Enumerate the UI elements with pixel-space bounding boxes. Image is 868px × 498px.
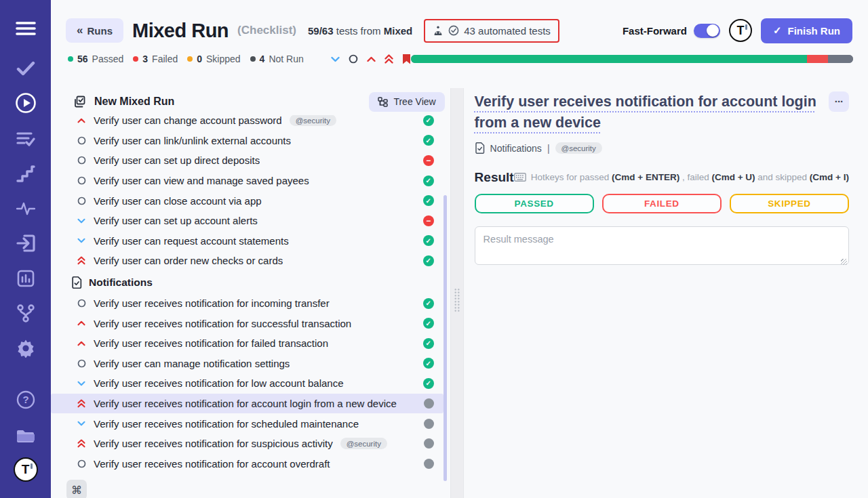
status-passed-icon: ✓: [423, 115, 434, 126]
status-not_run-icon: [424, 459, 434, 469]
priority-low-icon: [77, 238, 86, 243]
tag-pill[interactable]: @security: [290, 115, 336, 126]
priority-low-icon: [77, 218, 86, 224]
hotkeys-hint: Hotkeys for passed (Cmd + ENTER) , faile…: [514, 172, 849, 182]
priority-highest-icon: [77, 439, 86, 448]
projects-folder-icon[interactable]: [16, 428, 36, 444]
section-title: Notifications: [89, 276, 153, 289]
run-header: « Runs Mixed Run (Checklist) 59/63 tests…: [51, 0, 868, 45]
test-list-item[interactable]: Verify user receives notification for ac…: [51, 454, 450, 474]
list-section-header[interactable]: Notifications: [51, 272, 450, 293]
test-list-item[interactable]: Verify user can view and manage saved pa…: [51, 171, 450, 191]
test-list-item[interactable]: Verify user can link/unlink external acc…: [51, 131, 450, 151]
passed-button[interactable]: PASSED: [475, 194, 594, 213]
tag-pill[interactable]: @security: [340, 438, 387, 449]
test-list-item[interactable]: Verify user receives notification for in…: [51, 293, 450, 314]
priority-normal-icon: [77, 359, 86, 368]
suite-name[interactable]: Notifications: [490, 143, 542, 154]
test-detail-title[interactable]: Verify user receives notification for ac…: [475, 91, 822, 133]
test-title: Verify user receives notification for lo…: [94, 377, 344, 389]
test-list-item[interactable]: Verify user receives notification for lo…: [51, 373, 450, 394]
steps-icon[interactable]: [16, 165, 35, 182]
more-options-button[interactable]: ...: [829, 91, 849, 112]
test-title: Verify user can set up account alerts: [94, 215, 258, 226]
command-key-icon[interactable]: ⌘: [66, 480, 87, 498]
test-title: Verify user receives notification for in…: [94, 297, 330, 309]
priority-normal-icon: [77, 459, 86, 468]
test-list-item[interactable]: Verify user can change account password@…: [51, 115, 450, 131]
priority-high-icon: [77, 341, 86, 346]
progress-notrun-segment: [828, 55, 853, 63]
automated-tests-label: 43 automated tests: [464, 25, 551, 37]
check-circle-icon: [448, 25, 459, 36]
fast-forward-toggle[interactable]: [694, 24, 720, 38]
tests-source: Mixed: [384, 25, 413, 37]
finish-run-button[interactable]: ✓ Finish Run: [761, 18, 852, 43]
skipped-button[interactable]: SKIPPED: [730, 194, 849, 213]
progress-passed-segment: [411, 55, 807, 63]
tree-view-button[interactable]: Tree View: [369, 92, 444, 112]
list-scrollbar-thumb[interactable]: [443, 195, 447, 481]
priority-low-icon: [77, 421, 86, 426]
test-list-item[interactable]: Verify user receives notification for su…: [51, 313, 450, 333]
svg-text:?: ?: [22, 394, 28, 405]
result-message-input[interactable]: [475, 226, 849, 265]
test-list-item[interactable]: Verify user receives notification for fa…: [51, 333, 450, 354]
status-passed-icon: ✓: [423, 195, 434, 206]
test-list-item[interactable]: Verify user can manage notification sett…: [51, 354, 450, 374]
test-list-item[interactable]: Verify user can request account statemen…: [51, 231, 450, 251]
test-title: Verify user can order new checks or card…: [94, 255, 283, 266]
priority-normal-icon: [77, 196, 86, 205]
test-list-item[interactable]: Verify user can set up direct deposits−: [51, 150, 450, 171]
status-passed-icon: ✓: [423, 135, 434, 146]
runs-play-icon[interactable]: [15, 92, 37, 114]
back-to-runs-button[interactable]: « Runs: [66, 18, 123, 43]
tree-icon: [378, 97, 388, 107]
pulse-icon[interactable]: [16, 201, 35, 216]
test-title: Verify user can manage notification sett…: [94, 358, 290, 369]
fast-forward-label: Fast-Forward: [623, 25, 687, 37]
run-type-label: (Checklist): [237, 24, 296, 37]
filter-bookmark-icon[interactable]: [402, 54, 411, 64]
failed-stat: 3Failed: [133, 54, 178, 64]
test-list-item-selected[interactable]: Verify user receives notification for ac…: [51, 394, 443, 414]
test-title: Verify user receives notification for sc…: [94, 418, 359, 430]
automated-tests-badge[interactable]: 43 automated tests: [424, 19, 559, 43]
panel-splitter[interactable]: [450, 88, 464, 498]
passed-stat: 56Passed: [68, 54, 123, 64]
priority-low-icon: [77, 381, 86, 386]
filter-priority-low-icon[interactable]: [331, 56, 340, 62]
testomat-logo-icon[interactable]: T: [14, 457, 38, 482]
test-list-item[interactable]: Verify user can set up account alerts−: [51, 211, 450, 231]
test-list-item[interactable]: Verify user can order new checks or card…: [51, 251, 450, 271]
check-icon: ✓: [773, 24, 782, 37]
menu-icon[interactable]: [16, 20, 36, 37]
filter-priority-normal-icon[interactable]: [349, 54, 358, 64]
file-icon: [71, 276, 82, 289]
analytics-icon[interactable]: [17, 270, 35, 287]
filter-priority-high-icon[interactable]: [367, 56, 376, 62]
import-icon[interactable]: [16, 234, 35, 252]
tests-check-icon[interactable]: [16, 61, 35, 76]
test-list-item[interactable]: Verify user receives notification for su…: [51, 434, 450, 454]
test-list-panel: New Mixed Run Tree View Verify user can …: [51, 88, 450, 498]
security-tag-pill[interactable]: @security: [555, 142, 602, 154]
list-header: New Mixed Run Tree View: [51, 88, 450, 115]
robot-icon: [433, 26, 443, 36]
test-plans-icon[interactable]: [16, 131, 35, 147]
branches-icon[interactable]: [16, 304, 35, 323]
testomat-logo-badge[interactable]: T: [729, 19, 752, 42]
result-buttons: PASSED FAILED SKIPPED: [475, 194, 849, 213]
help-icon[interactable]: ?: [16, 390, 35, 409]
status-passed-icon: ✓: [423, 338, 434, 349]
file-icon: [475, 142, 485, 154]
settings-gear-icon[interactable]: [16, 339, 35, 358]
test-list-item[interactable]: Verify user receives notification for sc…: [51, 413, 450, 434]
notrun-stat: 4Not Run: [250, 54, 304, 64]
test-title: Verify user receives notification for su…: [94, 438, 333, 449]
run-progress-bar: [411, 55, 853, 63]
test-title: Verify user receives notification for fa…: [94, 337, 328, 349]
failed-button[interactable]: FAILED: [602, 194, 722, 213]
test-list-item[interactable]: Verify user can close account via app✓: [51, 190, 450, 211]
filter-priority-highest-icon[interactable]: [384, 54, 393, 64]
